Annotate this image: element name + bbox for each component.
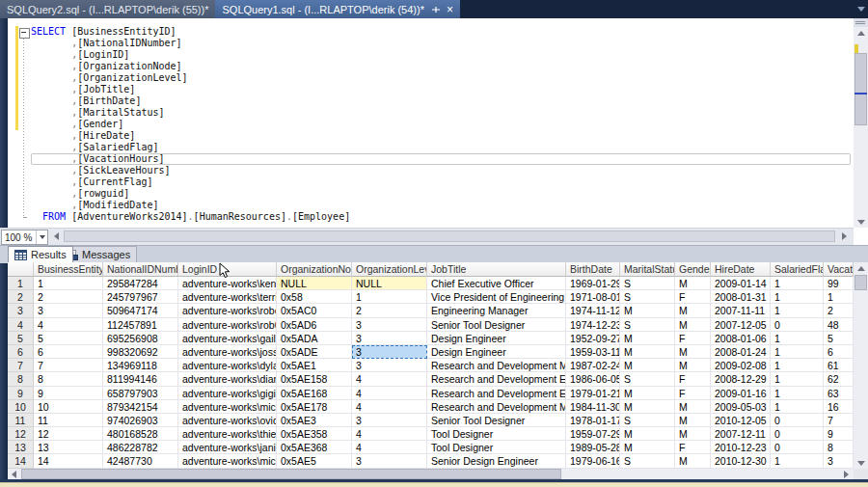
grid-cell[interactable]: 1959-03-11 bbox=[566, 345, 620, 359]
grid-cell[interactable]: S bbox=[620, 318, 675, 332]
grid-cell[interactable]: adventure-works\gail0 bbox=[178, 332, 277, 345]
grid-cell[interactable]: 245797967 bbox=[103, 290, 178, 304]
grid-scroll-right-button[interactable] bbox=[840, 469, 853, 479]
grid-cell[interactable]: 0x5AC0 bbox=[277, 304, 352, 317]
grid-cell[interactable]: 0x5AE178 bbox=[277, 400, 352, 414]
grid-cell[interactable]: NULL bbox=[352, 277, 427, 290]
grid-cell[interactable]: 0x5AE1 bbox=[277, 359, 352, 372]
grid-cell[interactable]: 1952-09-27 bbox=[566, 332, 620, 345]
grid-cell[interactable]: 3 bbox=[352, 359, 427, 372]
grid-cell[interactable]: M bbox=[675, 359, 711, 372]
code-line[interactable]: ,[OrganizationLevel] bbox=[31, 72, 851, 84]
code-line[interactable]: ,[VacationHours] bbox=[31, 153, 851, 165]
grid-cell[interactable]: 0x5AD6 bbox=[277, 318, 352, 332]
column-header[interactable]: OrganizationLevel bbox=[352, 262, 427, 277]
grid-cell[interactable]: 4 bbox=[352, 427, 427, 441]
grid-cell[interactable]: Engineering Manager bbox=[427, 304, 566, 317]
grid-cell[interactable]: 1986-06-05 bbox=[566, 372, 620, 386]
grid-cell[interactable]: 1987-02-24 bbox=[566, 359, 620, 372]
tab-results[interactable]: Results bbox=[8, 246, 73, 262]
row-number[interactable]: 2 bbox=[8, 290, 34, 304]
grid-cell[interactable]: 42487730 bbox=[103, 454, 178, 468]
grid-cell[interactable]: adventure-works\rob0 bbox=[178, 318, 277, 332]
grid-cell[interactable]: 879342154 bbox=[103, 400, 178, 414]
grid-cell[interactable]: 0 bbox=[771, 414, 824, 427]
grid-cell[interactable]: 0x58 bbox=[277, 290, 352, 304]
grid-cell[interactable]: 14 bbox=[34, 454, 103, 468]
code-line[interactable]: SELECT [BusinessEntityID] bbox=[31, 26, 851, 38]
grid-cell[interactable]: 2009-01-14 bbox=[711, 277, 771, 290]
close-icon[interactable]: × bbox=[447, 5, 453, 14]
grid-cell[interactable]: Senior Tool Designer bbox=[427, 318, 566, 332]
column-header[interactable]: OrganizationNode bbox=[277, 262, 352, 277]
grid-cell[interactable]: 1 bbox=[771, 290, 824, 304]
grid-cell[interactable]: 1971-08-01 bbox=[566, 290, 620, 304]
grid-cell[interactable]: 134969118 bbox=[103, 359, 178, 372]
grid-cell[interactable]: M bbox=[620, 427, 675, 441]
grid-scroll-left-button[interactable] bbox=[8, 469, 20, 479]
grid-cell[interactable]: 1969-01-29 bbox=[566, 277, 620, 290]
grid-cell[interactable]: 0x5AE358 bbox=[277, 427, 352, 441]
grid-cell[interactable]: 811994146 bbox=[103, 372, 178, 386]
editor-hscroll-thumb[interactable] bbox=[64, 230, 835, 242]
document-tab-sqlquery1[interactable]: SQLQuery1.sql - (I...RLAPTOP\derik (54))… bbox=[215, 0, 460, 18]
grid-cell[interactable]: 16 bbox=[824, 400, 854, 414]
grid-vscrollbar[interactable] bbox=[854, 262, 868, 469]
grid-cell[interactable]: 3 bbox=[352, 318, 427, 332]
grid-cell[interactable]: 61 bbox=[824, 359, 854, 372]
grid-cell[interactable]: M bbox=[620, 304, 675, 317]
grid-cell[interactable]: 0x5AE368 bbox=[277, 441, 352, 454]
scroll-down-button[interactable] bbox=[854, 216, 868, 228]
row-number[interactable]: 6 bbox=[8, 345, 34, 359]
grid-cell[interactable]: adventure-works\michael8 bbox=[178, 454, 277, 468]
grid-cell[interactable]: 0x5AE5 bbox=[277, 454, 352, 468]
grid-cell[interactable]: 486228782 bbox=[103, 441, 178, 454]
grid-cell[interactable]: F bbox=[675, 387, 711, 400]
grid-cell[interactable]: 658797903 bbox=[103, 387, 178, 400]
grid-cell[interactable]: Design Engineer bbox=[427, 345, 566, 359]
grid-cell[interactable]: 1 bbox=[771, 372, 824, 386]
grid-cell[interactable]: 3 bbox=[824, 454, 854, 468]
grid-cell[interactable]: 3 bbox=[352, 454, 427, 468]
grid-cell[interactable]: M bbox=[620, 400, 675, 414]
grid-cell[interactable]: Research and Development Engineer bbox=[427, 387, 566, 400]
grid-cell[interactable]: M bbox=[675, 345, 711, 359]
column-header[interactable]: Gender bbox=[675, 262, 711, 277]
grid-cell[interactable]: 2010-12-05 bbox=[711, 414, 771, 427]
row-number[interactable]: 1 bbox=[8, 277, 34, 290]
grid-cell[interactable]: Vice President of Engineering bbox=[427, 290, 566, 304]
code-area[interactable]: SELECT [BusinessEntityID] ,[NationalIDNu… bbox=[31, 26, 851, 223]
grid-cell[interactable]: 1 bbox=[771, 332, 824, 345]
grid-cell[interactable]: 1979-01-21 bbox=[566, 387, 620, 400]
code-line[interactable]: ,[CurrentFlag] bbox=[31, 176, 851, 188]
grid-cell[interactable]: 3 bbox=[352, 345, 427, 359]
grid-cell[interactable]: 0x5AE3 bbox=[277, 414, 352, 427]
sql-editor[interactable]: SELECT [BusinessEntityID] ,[NationalIDNu… bbox=[8, 18, 854, 228]
grid-cell[interactable]: Research and Development Engineer bbox=[427, 372, 566, 386]
grid-cell[interactable]: 695256908 bbox=[103, 332, 178, 345]
grid-cell[interactable]: 4 bbox=[352, 372, 427, 386]
grid-cell[interactable]: 1 bbox=[824, 290, 854, 304]
grid-cell[interactable]: M bbox=[675, 400, 711, 414]
grid-cell[interactable]: 13 bbox=[34, 441, 103, 454]
grid-cell[interactable]: Design Engineer bbox=[427, 332, 566, 345]
grid-cell[interactable]: 0 bbox=[771, 441, 824, 454]
grid-cell[interactable]: 1 bbox=[771, 387, 824, 400]
grid-cell[interactable]: 998320692 bbox=[103, 345, 178, 359]
grid-cell[interactable]: 974026903 bbox=[103, 414, 178, 427]
grid-cell[interactable]: 6 bbox=[824, 345, 854, 359]
grid-cell[interactable]: 2007-12-05 bbox=[711, 318, 771, 332]
grid-cell[interactable]: 1 bbox=[34, 277, 103, 290]
grid-cell[interactable]: M bbox=[620, 387, 675, 400]
zoom-combobox[interactable]: 100 % bbox=[1, 230, 48, 245]
grid-cell[interactable]: adventure-works\jossef0 bbox=[178, 345, 277, 359]
row-number[interactable]: 14 bbox=[8, 454, 34, 468]
grid-cell[interactable]: F bbox=[675, 290, 711, 304]
grid-cell[interactable]: F bbox=[675, 372, 711, 386]
grid-cell[interactable]: adventure-works\dylan0 bbox=[178, 359, 277, 372]
grid-cell[interactable]: 295847284 bbox=[103, 277, 178, 290]
grid-cell[interactable]: M bbox=[675, 277, 711, 290]
grid-cell[interactable]: Tool Designer bbox=[427, 427, 566, 441]
grid-cell[interactable]: 1 bbox=[352, 290, 427, 304]
pin-icon[interactable] bbox=[431, 5, 441, 14]
